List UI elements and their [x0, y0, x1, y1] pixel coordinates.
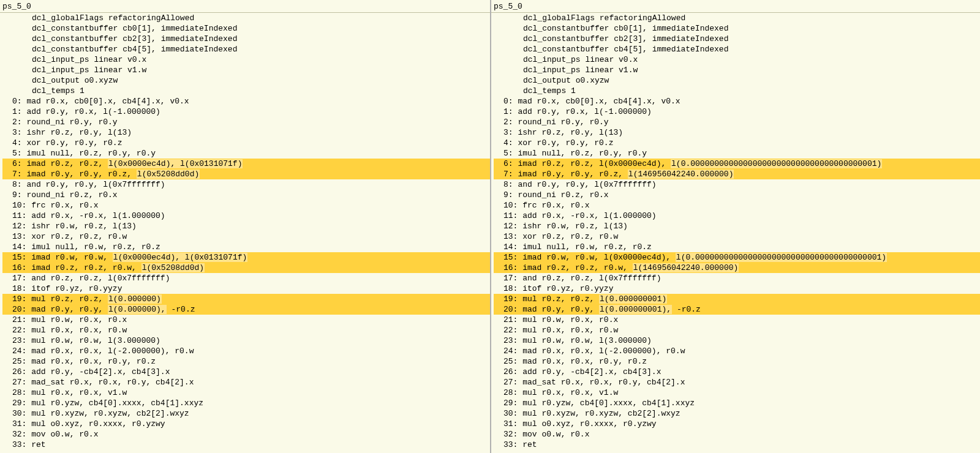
- instr-line[interactable]: 13: xor r0.z, r0.z, r0.w: [2, 231, 490, 242]
- instr-line[interactable]: 3: ishr r0.z, r0.y, l(13): [2, 127, 490, 138]
- instr-line[interactable]: 27: mad_sat r0.x, r0.x, r0.y, cb4[2].x: [2, 377, 490, 387]
- instr-line[interactable]: 16: imad r0.z, r0.z, r0.w, l(14695604224…: [494, 263, 980, 273]
- decl-line[interactable]: dcl_output o0.xyzw: [494, 75, 980, 86]
- instr-line[interactable]: 31: mul o0.xyz, r0.xxxx, r0.yzwy: [494, 419, 980, 429]
- instr-text: and r0.y, r0.y, l(0x7fffffff): [518, 180, 656, 189]
- instr-line[interactable]: 4: xor r0.y, r0.y, r0.z: [2, 138, 490, 148]
- instr-line[interactable]: 33: ret: [2, 440, 490, 450]
- decl-line[interactable]: dcl_input_ps linear v1.w: [494, 65, 980, 75]
- instr-line[interactable]: 8: and r0.y, r0.y, l(0x7fffffff): [494, 179, 980, 190]
- instr-line[interactable]: 7: imad r0.y, r0.y, r0.z, l(146956042240…: [494, 169, 980, 179]
- instr-text: and r0.y, r0.y, l(0x7fffffff): [26, 180, 165, 189]
- instr-line[interactable]: 29: mul r0.yzw, cb4[0].xxxx, cb4[1].xxyz: [2, 398, 490, 408]
- instr-line[interactable]: 16: imad r0.z, r0.z, r0.w, l(0x5208dd0d): [2, 263, 490, 273]
- instr-line[interactable]: 6: imad r0.z, r0.z, l(0x0000ec4d), l(0.0…: [494, 159, 980, 169]
- instr-line[interactable]: 9: round_ni r0.z, r0.x: [2, 190, 490, 200]
- instr-line[interactable]: 21: mul r0.w, r0.x, r0.x: [494, 315, 980, 325]
- decl-line[interactable]: dcl_globalFlags refactoringAllowed: [2, 13, 490, 23]
- instr-line[interactable]: 17: and r0.z, r0.z, l(0x7fffffff): [2, 273, 490, 283]
- decl-line[interactable]: dcl_constantbuffer cb2[3], immediateInde…: [494, 34, 980, 44]
- decl-line[interactable]: dcl_constantbuffer cb4[5], immediateInde…: [494, 44, 980, 54]
- decl-line[interactable]: dcl_output o0.xyzw: [2, 75, 490, 86]
- instr-number: 2:: [503, 118, 518, 127]
- instr-line[interactable]: 22: mul r0.x, r0.x, r0.w: [2, 325, 490, 335]
- instr-line[interactable]: 18: itof r0.yz, r0.yyzy: [2, 283, 490, 294]
- instr-line[interactable]: 22: mul r0.x, r0.x, r0.w: [494, 325, 980, 335]
- decl-line[interactable]: dcl_constantbuffer cb4[5], immediateInde…: [2, 44, 490, 54]
- instr-line[interactable]: 32: mov o0.w, r0.x: [494, 429, 980, 440]
- instr-line[interactable]: 14: imul null, r0.w, r0.z, r0.z: [494, 242, 980, 252]
- instr-line[interactable]: 19: mul r0.z, r0.z, l(0.000000001): [494, 294, 980, 304]
- instr-line[interactable]: 11: add r0.x, -r0.x, l(1.000000): [2, 211, 490, 221]
- instr-line[interactable]: 29: mul r0.yzw, cb4[0].xxxx, cb4[1].xxyz: [494, 398, 980, 408]
- instr-line[interactable]: 20: mad r0.y, r0.y, l(0.000000), -r0.z: [2, 304, 490, 315]
- instr-line[interactable]: 26: add r0.y, -cb4[2].x, cb4[3].x: [494, 367, 980, 377]
- instr-line[interactable]: 26: add r0.y, -cb4[2].x, cb4[3].x: [2, 367, 490, 377]
- instr-line[interactable]: 21: mul r0.w, r0.x, r0.x: [2, 315, 490, 325]
- instr-number: 30:: [12, 409, 31, 418]
- decl-line[interactable]: dcl_input_ps linear v0.x: [494, 54, 980, 65]
- instr-line[interactable]: 24: mad r0.x, r0.x, l(-2.000000), r0.w: [2, 346, 490, 356]
- diff-segment: l(0.000000),: [108, 305, 167, 314]
- instr-text: round_ni r0.z, r0.x: [26, 190, 117, 200]
- instr-line[interactable]: 23: mul r0.w, r0.w, l(3.000000): [2, 335, 490, 346]
- instr-line[interactable]: 23: mul r0.w, r0.w, l(3.000000): [494, 335, 980, 346]
- decl-line[interactable]: dcl_constantbuffer cb0[1], immediateInde…: [2, 23, 490, 34]
- instr-line[interactable]: 13: xor r0.z, r0.z, r0.w: [494, 231, 980, 242]
- instr-line[interactable]: 28: mul r0.x, r0.x, v1.w: [494, 387, 980, 398]
- disasm-listing: dcl_globalFlags refactoringAlloweddcl_co…: [491, 13, 980, 450]
- instr-line[interactable]: 20: mad r0.y, r0.y, l(0.000000001), -r0.…: [494, 304, 980, 315]
- instr-line[interactable]: 2: round_ni r0.y, r0.y: [2, 117, 490, 127]
- instr-line[interactable]: 6: imad r0.z, r0.z, l(0x0000ec4d), l(0x0…: [2, 159, 490, 169]
- instr-number: 11:: [503, 211, 522, 220]
- instr-line[interactable]: 0: mad r0.x, cb0[0].x, cb4[4].x, v0.x: [2, 96, 490, 107]
- decl-line[interactable]: dcl_temps 1: [494, 86, 980, 96]
- decl-line[interactable]: dcl_input_ps linear v0.x: [2, 54, 490, 65]
- instr-line[interactable]: 10: frc r0.x, r0.x: [494, 200, 980, 211]
- instr-number: 13:: [503, 232, 522, 241]
- instr-line[interactable]: 3: ishr r0.z, r0.y, l(13): [494, 127, 980, 138]
- instr-line[interactable]: 31: mul o0.xyz, r0.xxxx, r0.yzwy: [2, 419, 490, 429]
- instr-line[interactable]: 30: mul r0.xyzw, r0.xyzw, cb2[2].wxyz: [2, 408, 490, 419]
- instr-line[interactable]: 30: mul r0.xyzw, r0.xyzw, cb2[2].wxyz: [494, 408, 980, 419]
- instr-number: 19:: [503, 294, 522, 304]
- instr-line[interactable]: 27: mad_sat r0.x, r0.x, r0.y, cb4[2].x: [494, 377, 980, 387]
- instr-line[interactable]: 9: round_ni r0.z, r0.x: [494, 190, 980, 200]
- instr-line[interactable]: 5: imul null, r0.z, r0.y, r0.y: [494, 148, 980, 159]
- instr-line[interactable]: 32: mov o0.w, r0.x: [2, 429, 490, 440]
- decl-line[interactable]: dcl_constantbuffer cb2[3], immediateInde…: [2, 34, 490, 44]
- instr-line[interactable]: 2: round_ni r0.y, r0.y: [494, 117, 980, 127]
- instr-line[interactable]: 12: ishr r0.w, r0.z, l(13): [494, 221, 980, 231]
- instr-line[interactable]: 18: itof r0.yz, r0.yyzy: [494, 283, 980, 294]
- instr-line[interactable]: 12: ishr r0.w, r0.z, l(13): [2, 221, 490, 231]
- instr-line[interactable]: 33: ret: [494, 440, 980, 450]
- instr-line[interactable]: 4: xor r0.y, r0.y, r0.z: [494, 138, 980, 148]
- instr-line[interactable]: 1: add r0.y, r0.x, l(-1.000000): [2, 107, 490, 117]
- instr-line[interactable]: 24: mad r0.x, r0.x, l(-2.000000), r0.w: [494, 346, 980, 356]
- instr-line[interactable]: 1: add r0.y, r0.x, l(-1.000000): [494, 107, 980, 117]
- instr-line[interactable]: 19: mul r0.z, r0.z, l(0.000000): [2, 294, 490, 304]
- instr-line[interactable]: 15: imad r0.w, r0.w, l(0x0000ec4d), l(0x…: [2, 252, 490, 263]
- instr-line[interactable]: 14: imul null, r0.w, r0.z, r0.z: [2, 242, 490, 252]
- instr-line[interactable]: 17: and r0.z, r0.z, l(0x7fffffff): [494, 273, 980, 283]
- instr-line[interactable]: 25: mad r0.x, r0.x, r0.y, r0.z: [2, 356, 490, 367]
- instr-line[interactable]: 10: frc r0.x, r0.x: [2, 200, 490, 211]
- decl-line[interactable]: dcl_input_ps linear v1.w: [2, 65, 490, 75]
- decl-line[interactable]: dcl_temps 1: [2, 86, 490, 96]
- instr-line[interactable]: 28: mul r0.x, r0.x, v1.w: [2, 387, 490, 398]
- instr-line[interactable]: 11: add r0.x, -r0.x, l(1.000000): [494, 211, 980, 221]
- instr-line[interactable]: 5: imul null, r0.z, r0.y, r0.y: [2, 148, 490, 159]
- instr-line[interactable]: 25: mad r0.x, r0.x, r0.y, r0.z: [494, 356, 980, 367]
- instr-line[interactable]: 0: mad r0.x, cb0[0].x, cb4[4].x, v0.x: [494, 96, 980, 107]
- instr-number: 21:: [503, 315, 522, 324]
- instr-text: imul null, r0.w, r0.z, r0.z: [31, 242, 160, 252]
- instr-number: 27:: [12, 378, 31, 387]
- decl-line[interactable]: dcl_constantbuffer cb0[1], immediateInde…: [494, 23, 980, 34]
- decl-line[interactable]: dcl_globalFlags refactoringAllowed: [494, 13, 980, 23]
- diff-pane-left[interactable]: ps_5_0dcl_globalFlags refactoringAllowed…: [0, 0, 490, 453]
- diff-pane-right[interactable]: ps_5_0dcl_globalFlags refactoringAllowed…: [490, 0, 980, 453]
- instr-line[interactable]: 7: imad r0.y, r0.y, r0.z, l(0x5208dd0d): [2, 169, 490, 179]
- instr-line[interactable]: 15: imad r0.w, r0.w, l(0x0000ec4d), l(0.…: [494, 252, 980, 263]
- instr-line[interactable]: 8: and r0.y, r0.y, l(0x7fffffff): [2, 179, 490, 190]
- diff-segment: l(0.000000001),: [599, 305, 672, 314]
